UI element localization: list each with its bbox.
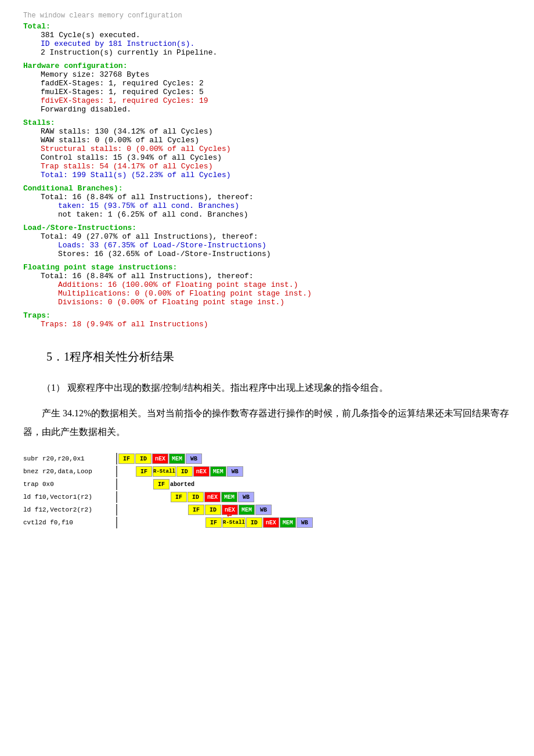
total-line-3: 2 Instruction(s) currently in Pipeline. — [41, 48, 511, 57]
traps-line-1: Traps: 18 (9.94% of all Instructions) — [41, 320, 511, 329]
space-4a — [118, 492, 135, 502]
space-6a — [118, 517, 135, 528]
stalls-line-4: Control stalls: 15 (3.94% of all Cycles) — [41, 153, 511, 162]
conditional-section: Conditional Branches): Total: 16 (8.84% … — [23, 184, 511, 219]
space-3a — [118, 479, 135, 489]
total-line-2: ID executed by 181 Instruction(s). — [41, 39, 511, 48]
top-faded-line: The window clears memory configuration — [23, 12, 511, 20]
space-6b — [136, 517, 153, 528]
space-6e — [188, 517, 205, 528]
stages-2: IF R-Stall ID nEX MEM WB — [118, 466, 244, 477]
pipeline-row-1: subr r20,r20,0x1 IF ID nEX MEM WB — [23, 453, 511, 465]
stage-rstall-6: R-Stall — [222, 517, 246, 528]
stage-mem-2: MEM — [210, 466, 226, 477]
stage-iex-1: nEX — [152, 453, 168, 464]
divider-4 — [116, 491, 117, 503]
paragraph-2: 产生 34.12%的数据相关。当对当前指令的操作数寄存器进行操作的时候，前几条指… — [23, 404, 511, 441]
total-header: Total: — [23, 22, 511, 31]
pipeline-row-5: ld f12,Vector2(r2) IF ID nEX ↵ MEM WB — [23, 504, 511, 516]
ls-line-2: Loads: 33 (67.35% of Load-/Store-Instruc… — [58, 241, 511, 250]
chapter-title: 5．1程序相关性分析结果 — [46, 346, 511, 367]
traps-header: Traps: — [23, 311, 511, 320]
stage-wb-4: WB — [238, 492, 254, 502]
stalls-line-1: RAW stalls: 130 (34.12% of all Cycles) — [41, 127, 511, 136]
stage-if-2: IF — [136, 466, 152, 477]
instr-label-6: cvtl2d f0,f10 — [23, 519, 116, 526]
stage-id-4: ID — [187, 492, 204, 502]
instr-label-5: ld f12,Vector2(r2) — [23, 506, 116, 513]
divider-2 — [116, 466, 117, 477]
stage-mem-5: MEM — [239, 505, 255, 515]
hardware-section: Hardware configuration: Memory size: 327… — [23, 62, 511, 114]
stages-6: IF R-Stall ID nEX MEM WB — [118, 517, 313, 528]
fp-line-4: Divisions: 0 (0.00% of Floating point st… — [58, 298, 511, 307]
loadstore-header: Load-/Store-Instructions: — [23, 224, 511, 232]
instr-label-3: trap 0x0 — [23, 481, 116, 488]
space-6d — [171, 517, 187, 528]
stage-wb-2: WB — [227, 466, 243, 477]
stage-if-4: IF — [171, 492, 187, 502]
hw-line-5: Forwarding disabled. — [41, 105, 511, 114]
space-5d — [171, 505, 187, 515]
cond-line-2: taken: 15 (93.75% of all cond. Branches) — [58, 201, 511, 210]
stalls-header: Stalls: — [23, 118, 511, 127]
space-6c — [153, 517, 170, 528]
stalls-line-6: Total: 199 Stall(s) (52.23% of all Cycle… — [41, 171, 511, 179]
fp-line-3: Multiplications: 0 (0.00% of Floating po… — [58, 289, 511, 298]
stage-id-2: ID — [176, 466, 193, 477]
stage-iex-6: nEX — [263, 517, 279, 528]
instr-label-2: bnez r20,data,Loop — [23, 468, 116, 475]
pipeline-row-6: cvtl2d f0,f10 IF R-Stall ID nEX MEM WB — [23, 517, 511, 528]
stalls-line-5: Trap stalls: 54 (14.17% of all Cycles) — [41, 162, 511, 171]
ls-line-3: Stores: 16 (32.65% of Load-/Store-Instru… — [58, 250, 511, 258]
stage-if-1: IF — [118, 453, 135, 464]
stage-wb-5: WB — [255, 505, 272, 515]
stage-id-5: ID — [205, 505, 221, 515]
cond-line-1: Total: 16 (8.84% of all Instructions), t… — [41, 193, 511, 201]
stage-rstall-2: R-Stall — [153, 466, 176, 477]
hw-line-3: fmulEX-Stages: 1, required Cycles: 5 — [41, 88, 511, 96]
stage-if-3: IF — [153, 479, 169, 489]
pipeline-diagram: subr r20,r20,0x1 IF ID nEX MEM WB bnez r… — [23, 453, 511, 528]
fp-line-1: Total: 16 (8.84% of all Instructions), t… — [41, 272, 511, 280]
divider-5 — [116, 504, 117, 516]
loadstore-section: Load-/Store-Instructions: Total: 49 (27.… — [23, 224, 511, 258]
instr-label-4: ld f10,Vector1(r2) — [23, 494, 116, 501]
stage-iex-2: nEX — [193, 466, 210, 477]
stages-5: IF ID nEX ↵ MEM WB — [118, 505, 272, 515]
cond-line-3: not taken: 1 (6.25% of all cond. Branche… — [58, 210, 511, 219]
space-5a — [118, 505, 135, 515]
divider-6 — [116, 517, 117, 528]
stages-3: IF aborted — [118, 479, 195, 489]
space-4b — [136, 492, 153, 502]
space-5b — [136, 505, 153, 515]
stage-mem-4: MEM — [221, 492, 237, 502]
stage-wb-6: WB — [297, 517, 313, 528]
floating-header: Floating point stage instructions: — [23, 263, 511, 272]
stages-4: IF ID nEX MEM WB — [118, 492, 255, 502]
space-5c — [153, 505, 170, 515]
stage-iex-4: nEX — [204, 492, 221, 502]
traps-section: Traps: Traps: 18 (9.94% of all Instructi… — [23, 311, 511, 329]
stage-if-5: IF — [188, 505, 204, 515]
stage-id-1: ID — [135, 453, 151, 464]
space-4c — [153, 492, 170, 502]
stage-wb-1: WB — [186, 453, 202, 464]
divider-3 — [116, 478, 117, 490]
paragraph-1: （1） 观察程序中出现的数据/控制/结构相关。指出程序中出现上述现象的指令组合。 — [23, 379, 511, 397]
stage-if-6: IF — [205, 517, 222, 528]
stalls-section: Stalls: RAW stalls: 130 (34.12% of all C… — [23, 118, 511, 179]
chinese-section: 5．1程序相关性分析结果 （1） 观察程序中出现的数据/控制/结构相关。指出程序… — [23, 346, 511, 441]
stage-id-6: ID — [246, 517, 262, 528]
stage-mem-1: MEM — [169, 453, 185, 464]
divider-1 — [116, 453, 117, 465]
pipeline-row-2: bnez r20,data,Loop IF R-Stall ID nEX MEM… — [23, 466, 511, 477]
stalls-line-3: Structural stalls: 0 (0.00% of all Cycle… — [41, 145, 511, 153]
hw-line-2: faddEX-Stages: 1, required Cycles: 2 — [41, 79, 511, 88]
stalls-line-2: WAW stalls: 0 (0.00% of all Cycles) — [41, 136, 511, 145]
space-3b — [136, 479, 153, 489]
stage-iex-5: nEX ↵ — [222, 505, 238, 515]
pipeline-row-4: ld f10,Vector1(r2) IF ID nEX MEM WB — [23, 491, 511, 503]
floating-section: Floating point stage instructions: Total… — [23, 263, 511, 307]
pipeline-row-3: trap 0x0 IF aborted — [23, 478, 511, 490]
